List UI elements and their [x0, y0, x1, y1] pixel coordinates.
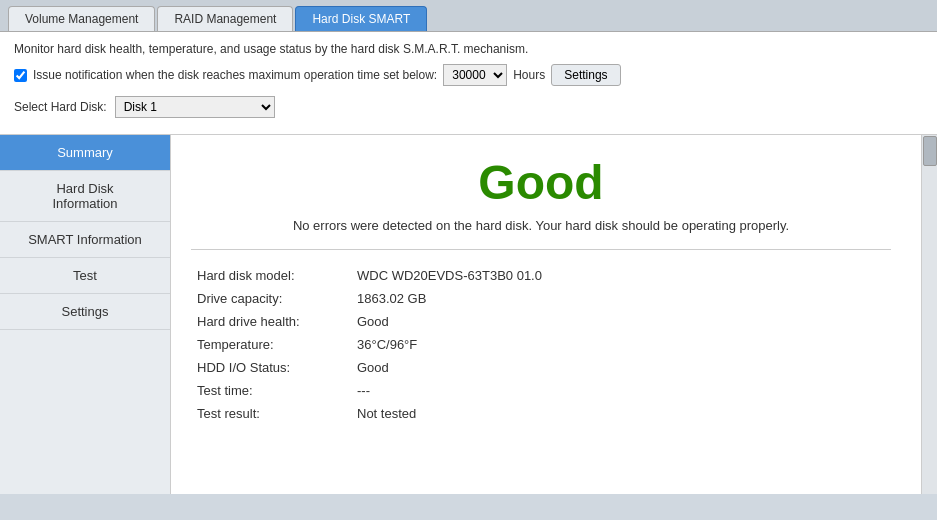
field-label: Hard drive health:	[191, 310, 351, 333]
field-label: Test time:	[191, 379, 351, 402]
sidebar-item-hard-disk-information[interactable]: Hard DiskInformation	[0, 171, 170, 222]
tab-raid-management[interactable]: RAID Management	[157, 6, 293, 31]
sidebar-item-smart-information[interactable]: SMART Information	[0, 222, 170, 258]
table-row: Hard disk model:WDC WD20EVDS-63T3B0 01.0	[191, 264, 891, 287]
field-label: Temperature:	[191, 333, 351, 356]
table-row: Hard drive health:Good	[191, 310, 891, 333]
field-value: 1863.02 GB	[351, 287, 891, 310]
divider	[191, 249, 891, 250]
field-label: Drive capacity:	[191, 287, 351, 310]
content-panel: Good No errors were detected on the hard…	[171, 135, 937, 494]
top-tab-bar: Volume Management RAID Management Hard D…	[0, 0, 937, 32]
notification-row: Issue notification when the disk reaches…	[14, 64, 923, 86]
field-value: WDC WD20EVDS-63T3B0 01.0	[351, 264, 891, 287]
status-good: Good	[191, 155, 891, 210]
field-value: Good	[351, 310, 891, 333]
content-inner: Good No errors were detected on the hard…	[171, 135, 921, 445]
field-value: Not tested	[351, 402, 891, 425]
sidebar-item-settings[interactable]: Settings	[0, 294, 170, 330]
field-label: Hard disk model:	[191, 264, 351, 287]
table-row: Test time:---	[191, 379, 891, 402]
sidebar: Summary Hard DiskInformation SMART Infor…	[0, 135, 171, 494]
field-label: HDD I/O Status:	[191, 356, 351, 379]
info-table: Hard disk model:WDC WD20EVDS-63T3B0 01.0…	[191, 264, 891, 425]
description-text: Monitor hard disk health, temperature, a…	[14, 42, 923, 56]
sidebar-item-summary[interactable]: Summary	[0, 135, 170, 171]
field-value: ---	[351, 379, 891, 402]
scrollbar-thumb[interactable]	[923, 136, 937, 166]
status-description: No errors were detected on the hard disk…	[191, 218, 891, 233]
field-value: Good	[351, 356, 891, 379]
notification-checkbox[interactable]	[14, 69, 27, 82]
settings-button[interactable]: Settings	[551, 64, 620, 86]
notification-label: Issue notification when the disk reaches…	[33, 68, 437, 82]
table-row: HDD I/O Status:Good	[191, 356, 891, 379]
disk-select[interactable]: Disk 1Disk 2Disk 3	[115, 96, 275, 118]
tab-hard-disk-smart[interactable]: Hard Disk SMART	[295, 6, 427, 31]
tab-volume-management[interactable]: Volume Management	[8, 6, 155, 31]
field-value: 36°C/96°F	[351, 333, 891, 356]
disk-select-label: Select Hard Disk:	[14, 100, 107, 114]
table-row: Test result:Not tested	[191, 402, 891, 425]
main-area: Monitor hard disk health, temperature, a…	[0, 32, 937, 134]
disk-select-row: Select Hard Disk: Disk 1Disk 2Disk 3	[14, 96, 923, 124]
body-layout: Summary Hard DiskInformation SMART Infor…	[0, 134, 937, 494]
scrollbar-track[interactable]	[921, 135, 937, 494]
hours-select[interactable]: 30000	[443, 64, 507, 86]
field-label: Test result:	[191, 402, 351, 425]
sidebar-item-test[interactable]: Test	[0, 258, 170, 294]
hours-label: Hours	[513, 68, 545, 82]
table-row: Temperature:36°C/96°F	[191, 333, 891, 356]
table-row: Drive capacity:1863.02 GB	[191, 287, 891, 310]
